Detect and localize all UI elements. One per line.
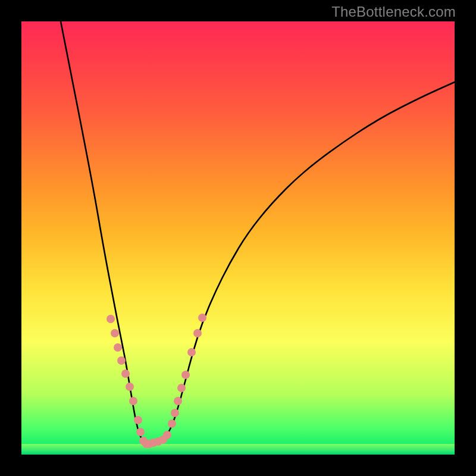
plot-area bbox=[21, 21, 455, 455]
curve-marker bbox=[111, 329, 119, 337]
watermark: TheBottleneck.com bbox=[331, 4, 456, 20]
curve-marker bbox=[134, 416, 142, 424]
curve-marker bbox=[198, 314, 206, 322]
curve-marker bbox=[171, 409, 179, 417]
curve-marker bbox=[126, 383, 134, 391]
curve-marker bbox=[193, 329, 202, 337]
chart-svg bbox=[21, 21, 455, 455]
marker-group bbox=[107, 314, 206, 448]
curve-marker bbox=[168, 419, 176, 428]
curve-marker bbox=[187, 348, 196, 356]
curve-marker bbox=[129, 397, 137, 405]
curve-marker bbox=[136, 428, 145, 436]
curve-marker bbox=[117, 356, 126, 365]
curve-marker bbox=[163, 431, 171, 439]
curve-marker bbox=[121, 369, 130, 378]
curve-marker bbox=[174, 397, 182, 405]
bottleneck-curve bbox=[61, 21, 455, 444]
curve-marker bbox=[181, 371, 190, 379]
curve-marker bbox=[177, 384, 186, 392]
chart-stage: TheBottleneck.com bbox=[0, 0, 476, 476]
curve-marker bbox=[107, 315, 115, 323]
curve-marker bbox=[114, 343, 122, 352]
